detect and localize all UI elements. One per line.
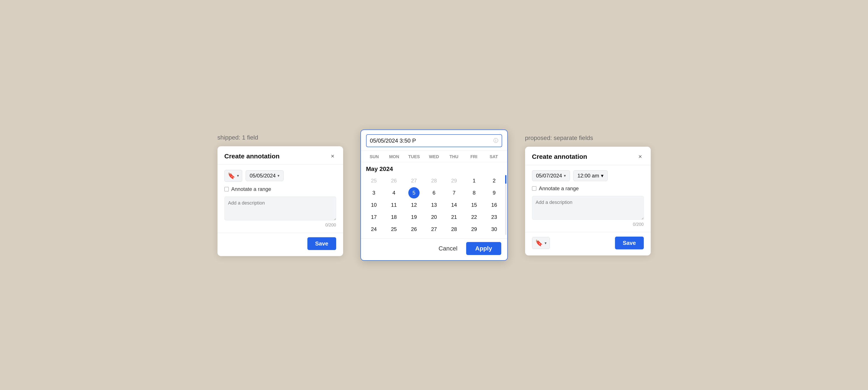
right-date-dropdown[interactable]: 05/07/2024 ▾	[532, 170, 570, 181]
info-icon: ⓘ	[493, 138, 498, 144]
right-annotate-range-label: Annotate a range	[539, 185, 579, 191]
cal-day-2[interactable]: 2	[489, 175, 500, 186]
cal-day-13[interactable]: 13	[428, 199, 439, 211]
calendar-grid: 25 26 27 28 29 1 2 3 4 5 6 7 8 9 10	[364, 175, 504, 235]
calendar-popup: 05/05/2024 3:50 P ⓘ SUN MON TUES WED THU…	[361, 129, 508, 261]
right-modal: Create annotation × 05/07/2024 ▾ 12:00 a…	[525, 147, 651, 256]
right-date-value: 05/07/2024	[536, 173, 562, 179]
left-icon-dropdown[interactable]: 🔖 ▾	[224, 170, 242, 182]
calendar-body: May 2024 25 26 27 28 29 1 2 3 4 5 6 7 8	[361, 162, 507, 238]
shipped-label: shipped: 1 field	[217, 134, 258, 141]
right-annotate-range-row: Annotate a range	[532, 185, 644, 191]
cal-day-20[interactable]: 20	[428, 211, 439, 223]
day-header-fri: FRI	[464, 153, 484, 161]
left-modal-close-button[interactable]: ×	[329, 152, 336, 160]
cal-day-12[interactable]: 12	[408, 199, 420, 211]
cal-day-26[interactable]: 26	[408, 223, 420, 235]
right-modal-title: Create annotation	[532, 153, 587, 160]
calendar-month-label: May 2024	[364, 164, 504, 173]
left-annotate-range-row: Annotate a range	[224, 186, 336, 192]
proposed-section: proposed: separate fields Create annotat…	[525, 134, 651, 256]
right-bookmark-icon: 🔖	[535, 239, 543, 246]
cal-day-10[interactable]: 10	[368, 199, 379, 211]
cal-day-7[interactable]: 7	[448, 187, 460, 199]
bookmark-icon: 🔖	[228, 172, 235, 179]
left-date-row: 🔖 ▾ 05/05/2024 ▾	[224, 170, 336, 182]
cal-day-15[interactable]: 15	[469, 199, 480, 211]
cal-day-16[interactable]: 16	[489, 199, 500, 211]
day-header-sun: SUN	[364, 153, 384, 161]
right-time-value: 12:00 am	[578, 173, 599, 179]
right-description-textarea[interactable]	[532, 196, 644, 220]
cal-day-28[interactable]: 28	[448, 223, 460, 235]
cal-day-11[interactable]: 11	[388, 199, 399, 211]
icon-chevron-down-icon: ▾	[237, 173, 239, 178]
right-char-count: 0/200	[532, 222, 644, 227]
day-header-tue: TUES	[404, 153, 424, 161]
cal-day-19[interactable]: 19	[408, 211, 420, 223]
day-header-wed: WED	[424, 153, 444, 161]
left-annotate-range-label: Annotate a range	[231, 186, 271, 192]
calendar-section: 05/05/2024 3:50 P ⓘ SUN MON TUES WED THU…	[361, 129, 508, 261]
cal-day-9[interactable]: 9	[489, 187, 500, 199]
left-modal-header: Create annotation ×	[217, 146, 343, 165]
calendar-input-value: 05/05/2024 3:50 P	[370, 138, 493, 144]
calendar-scrollbar[interactable]	[505, 175, 506, 235]
left-annotate-range-checkbox[interactable]	[224, 187, 229, 191]
right-date-row: 05/07/2024 ▾ 12:00 am ▾	[532, 170, 644, 181]
cal-day-17[interactable]: 17	[368, 211, 379, 223]
right-save-button[interactable]: Save	[615, 237, 644, 249]
left-modal: Create annotation × 🔖 ▾ 05/05/2024 ▾	[217, 146, 343, 256]
cal-day-25-prev[interactable]: 25	[368, 175, 379, 186]
right-time-chevron-down-icon: ▾	[601, 173, 603, 179]
cal-day-18[interactable]: 18	[388, 211, 399, 223]
cal-day-27[interactable]: 27	[428, 223, 439, 235]
right-annotate-range-checkbox[interactable]	[532, 186, 536, 191]
cal-day-27-prev[interactable]: 27	[408, 175, 420, 186]
cal-day-29[interactable]: 29	[469, 223, 480, 235]
left-description-textarea[interactable]	[224, 197, 336, 220]
right-icon-dropdown[interactable]: 🔖 ▾	[532, 237, 550, 249]
right-modal-footer: 🔖 ▾ Save	[525, 232, 651, 256]
cal-day-14[interactable]: 14	[448, 199, 460, 211]
calendar-datetime-input[interactable]: 05/05/2024 3:50 P ⓘ	[366, 134, 502, 147]
shipped-section: shipped: 1 field Create annotation × 🔖 ▾…	[217, 134, 343, 256]
left-date-value: 05/05/2024	[250, 173, 276, 179]
calendar-cancel-button[interactable]: Cancel	[434, 242, 462, 254]
cal-day-24[interactable]: 24	[368, 223, 379, 235]
left-modal-body: 🔖 ▾ 05/05/2024 ▾ Annotate a range 0/200	[217, 165, 343, 233]
calendar-day-headers: SUN MON TUES WED THU FRI SAT	[361, 151, 507, 162]
left-date-chevron-down-icon: ▾	[278, 173, 279, 178]
cal-day-25[interactable]: 25	[388, 223, 399, 235]
calendar-footer: Cancel Apply	[361, 238, 507, 260]
cal-day-6[interactable]: 6	[428, 187, 439, 199]
calendar-scrollbar-thumb	[505, 175, 506, 184]
cal-day-28-prev[interactable]: 28	[428, 175, 439, 186]
cal-day-29-prev[interactable]: 29	[448, 175, 460, 186]
left-char-count: 0/200	[224, 222, 336, 228]
cal-day-4[interactable]: 4	[388, 187, 399, 199]
cal-day-22[interactable]: 22	[469, 211, 480, 223]
cal-day-21[interactable]: 21	[448, 211, 460, 223]
left-save-button[interactable]: Save	[307, 237, 336, 250]
cal-day-26-prev[interactable]: 26	[388, 175, 399, 186]
day-header-sat: SAT	[484, 153, 504, 161]
cal-day-30[interactable]: 30	[489, 223, 500, 235]
cal-day-8[interactable]: 8	[469, 187, 480, 199]
cal-day-3[interactable]: 3	[368, 187, 379, 199]
calendar-input-row: 05/05/2024 3:50 P ⓘ	[361, 130, 507, 151]
cal-day-1[interactable]: 1	[469, 175, 480, 186]
left-modal-footer: Save	[217, 233, 343, 256]
cal-day-5[interactable]: 5	[408, 187, 420, 199]
left-date-dropdown[interactable]: 05/05/2024 ▾	[246, 170, 284, 181]
right-icon-chevron-down-icon: ▾	[545, 241, 547, 245]
calendar-apply-button[interactable]: Apply	[466, 242, 501, 255]
left-modal-title: Create annotation	[224, 153, 280, 160]
right-modal-close-button[interactable]: ×	[637, 153, 644, 160]
cal-day-23[interactable]: 23	[489, 211, 500, 223]
right-time-dropdown[interactable]: 12:00 am ▾	[574, 170, 608, 181]
right-date-chevron-down-icon: ▾	[564, 173, 566, 178]
day-header-thu: THU	[444, 153, 464, 161]
proposed-label: proposed: separate fields	[525, 134, 593, 142]
right-modal-body: 05/07/2024 ▾ 12:00 am ▾ Annotate a range…	[525, 165, 651, 232]
